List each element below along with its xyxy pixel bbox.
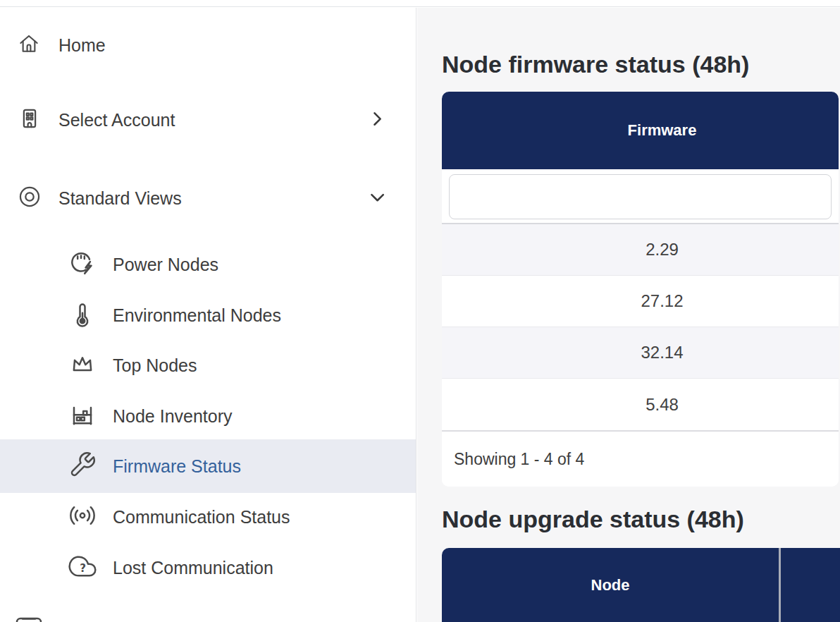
sidebar-item-firmware-status[interactable]: Firmware Status — [0, 439, 416, 493]
sidebar-item-label: Power Nodes — [113, 255, 218, 275]
wrench-icon — [68, 451, 97, 482]
home-icon — [17, 32, 41, 59]
sidebar-item-standard-views[interactable]: Standard Views — [0, 171, 416, 225]
building-icon — [17, 106, 42, 134]
crown-icon — [68, 350, 97, 381]
firmware-filter-input[interactable] — [449, 174, 832, 219]
firmware-table-pagination: Showing 1 - 4 of 4 — [442, 430, 839, 487]
sidebar-item-label: Communication Status — [113, 507, 290, 528]
sidebar-item-select-account[interactable]: Select Account — [0, 93, 416, 147]
sidebar-item-lost-communication[interactable]: ? Lost Communication — [0, 541, 416, 594]
sidebar-item-communication-status[interactable]: Communication Status — [0, 490, 416, 544]
firmware-table-row: 2.29 — [442, 224, 839, 276]
cloud-question-icon: ? — [68, 552, 97, 583]
chevron-right-icon — [367, 109, 387, 131]
firmware-table-row: 5.48 — [442, 379, 839, 430]
firmware-column-header: Firmware — [584, 121, 697, 140]
column-divider — [779, 548, 781, 622]
firmware-status-heading: Node firmware status (48h) — [442, 51, 749, 77]
upgrade-table-card: Node — [442, 548, 840, 622]
upgrade-status-heading: Node upgrade status (48h) — [442, 506, 744, 532]
thermometer-icon — [68, 300, 97, 331]
firmware-table-card: Firmware 2.29 27.12 32.14 5.48 Showing 1… — [442, 92, 839, 487]
node-column-header: Node — [591, 576, 630, 594]
sidebar-item-label: Top Nodes — [113, 355, 197, 376]
sidebar-item-label: Standard Views — [58, 188, 182, 209]
sidebar-item-node-inventory[interactable]: Node Inventory — [0, 389, 416, 443]
sidebar-item-power-nodes[interactable]: Power Nodes — [0, 238, 416, 291]
top-border-strip — [0, 0, 840, 7]
chevron-down-icon — [367, 187, 387, 209]
sidebar-item-environmental-nodes[interactable]: Environmental Nodes — [0, 288, 416, 342]
views-eye-icon — [17, 184, 42, 212]
broadcast-icon — [68, 501, 97, 532]
firmware-table-row: 27.12 — [442, 276, 839, 327]
firmware-table-row: 32.14 — [442, 327, 839, 379]
svg-text:?: ? — [80, 562, 86, 575]
sidebar-nav: Home Select Account Standard Views — [0, 8, 416, 622]
firmware-filter-row — [442, 169, 839, 224]
sidebar-item-label: Node Inventory — [113, 406, 233, 427]
upgrade-table-header: Node — [442, 548, 779, 622]
sidebar-item-top-nodes[interactable]: Top Nodes — [0, 339, 416, 392]
sidebar-item-label: Firmware Status — [113, 456, 241, 477]
sidebar-item-label: Home — [58, 35, 106, 56]
power-gauge-icon — [68, 249, 97, 280]
main-content: Node firmware status (48h) Firmware 2.29… — [417, 8, 840, 622]
sidebar-item-label: Select Account — [58, 110, 175, 130]
sidebar-item-label: Lost Communication — [113, 558, 273, 578]
sidebar-item-label: Environmental Nodes — [113, 305, 281, 326]
clipped-bottom-icon — [16, 617, 42, 622]
firmware-table-header: Firmware — [442, 92, 839, 169]
inventory-shelf-icon — [68, 401, 97, 432]
sidebar-item-home[interactable]: Home — [0, 18, 416, 72]
